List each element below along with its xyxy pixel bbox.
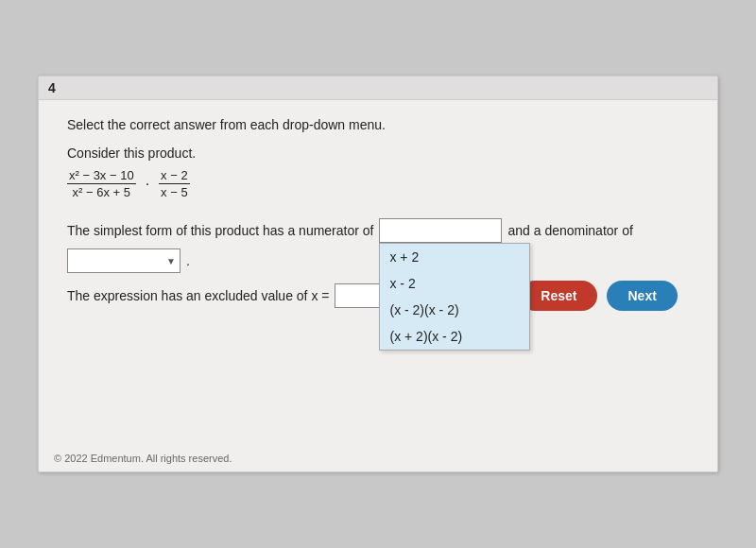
option-x-minus-2[interactable]: x - 2 xyxy=(380,270,529,297)
instruction-text: Select the correct answer from each drop… xyxy=(67,117,689,132)
numerator-dropdown[interactable] xyxy=(379,218,502,243)
fraction-1-denominator: x² − 6x + 5 xyxy=(71,184,132,199)
period-after-denominator: . xyxy=(186,253,190,268)
excluded-prefix-text: The expression has an excluded value of … xyxy=(67,288,329,303)
action-buttons: Reset Next xyxy=(520,281,678,311)
numerator-dropdown-wrapper[interactable]: x + 2 x - 2 (x - 2)(x - 2) (x + 2)(x - 2… xyxy=(379,218,502,243)
fraction-2-numerator: x − 2 xyxy=(159,168,190,184)
excluded-value-line: The expression has an excluded value of … xyxy=(67,281,689,311)
question-card: 4 Select the correct answer from each dr… xyxy=(38,76,718,472)
option-x-plus-2-x-minus-2[interactable]: (x + 2)(x - 2) xyxy=(380,323,529,350)
fraction-2: x − 2 x − 5 xyxy=(159,168,190,199)
fraction-2-denominator: x − 5 xyxy=(159,184,190,199)
denominator-dropdown-wrapper[interactable]: ▼ xyxy=(67,248,180,273)
simplest-form-line: The simplest form of this product has a … xyxy=(67,218,689,273)
option-x-minus-2-squared[interactable]: (x - 2)(x - 2) xyxy=(380,297,529,323)
consider-label: Consider this product. xyxy=(67,146,689,161)
option-x-plus-2[interactable]: x + 2 xyxy=(380,244,529,270)
reset-button[interactable]: Reset xyxy=(520,281,597,311)
numerator-dropdown-open[interactable]: x + 2 x - 2 (x - 2)(x - 2) (x + 2)(x - 2… xyxy=(379,243,530,351)
footer-text: © 2022 Edmentum. All rights reserved. xyxy=(54,453,232,464)
simplest-middle-text: and a denominator of xyxy=(507,223,632,238)
fraction-1: x² − 3x − 10 x² − 6x + 5 xyxy=(67,168,136,199)
card-body: Select the correct answer from each drop… xyxy=(39,100,717,349)
fraction-1-numerator: x² − 3x − 10 xyxy=(67,168,136,184)
multiplication-dot: · xyxy=(146,176,149,193)
denominator-dropdown-arrow: ▼ xyxy=(166,256,176,266)
next-button[interactable]: Next xyxy=(607,281,677,311)
fraction-expression: x² − 3x − 10 x² − 6x + 5 · x − 2 x − 5 xyxy=(67,168,689,199)
simplest-prefix-text: The simplest form of this product has a … xyxy=(67,223,373,238)
denominator-dropdown[interactable]: ▼ xyxy=(67,248,180,273)
question-number: 4 xyxy=(39,77,717,100)
